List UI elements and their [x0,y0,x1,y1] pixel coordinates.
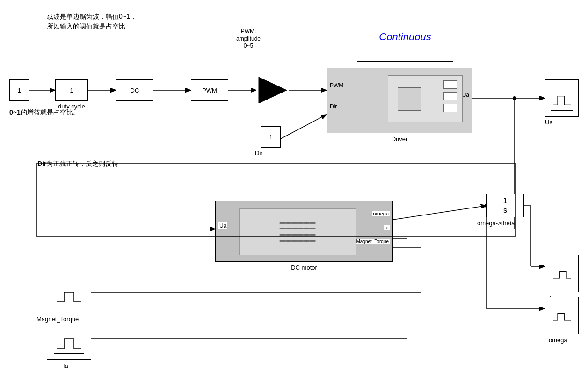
gain1-label: duty cycle [55,103,88,110]
scope-theta-screen [551,261,573,287]
scope-magnet-torque-label: Magnet_Torque [36,315,79,323]
motor-omega-output: omega [372,211,390,216]
constant-dir-block[interactable]: 1 [261,126,281,148]
diagram-container: 载波是单边锯齿波，幅值0~1， 所以输入的阈值就是占空比 0~1的增益就是占空比… [0,0,588,380]
scope-ia-screen [54,329,84,354]
annotation-dir: Dir为正就正转，反之则反转 [37,159,118,169]
scope-omega-label: omega [549,337,567,344]
scope-ua-block[interactable] [545,79,579,117]
integrator-label: omega->theta [477,220,515,227]
scope-magnet-torque-block[interactable] [47,276,91,313]
scope-ia-block[interactable] [47,323,91,360]
pwm-annotation: PWM: amplitude 0~5 [236,28,261,50]
driver-dir-port: Dir [330,103,337,110]
scope-ia-label: Ia [63,362,68,369]
dc-motor-block[interactable]: Ua omega Ia Magnet_Torque ════════════ ═… [215,201,393,262]
integrator-block[interactable]: 1 s [486,194,524,217]
motor-ua-port: Ua [218,222,227,229]
dir-label: Dir [255,150,263,157]
driver-pwm-port: PWM [330,82,343,89]
svg-text:5: 5 [265,86,269,93]
gain-amplifier-block[interactable]: 5 [256,75,289,106]
scope-omega-block[interactable] [545,297,579,334]
gain1-block[interactable]: 1 [55,79,88,101]
driver-ua-output: Ua [462,92,469,98]
motor-torque-output: Magnet_Torque [356,239,390,244]
dc-motor-label: DC motor [215,264,393,271]
continuous-box[interactable]: Continuous [357,12,453,62]
scope-ua-label: Ua [545,119,553,126]
pwm-block[interactable]: PWM [191,79,228,101]
svg-marker-27 [259,77,287,103]
scope-magnet-torque-screen [54,282,84,308]
annotation-carrier-wave: 载波是单边锯齿波，幅值0~1， 所以输入的阈值就是占空比 [47,12,137,31]
svg-point-26 [513,96,516,100]
driver-block[interactable]: PWM Dir Ua [327,68,472,133]
svg-line-13 [393,206,486,220]
svg-marker-30 [211,227,215,231]
driver-label: Driver [327,136,472,143]
constant1-block[interactable]: 1 [9,79,29,101]
dc-block[interactable]: DC [116,79,153,101]
scope-omega-screen [551,303,573,329]
svg-line-7 [280,115,327,139]
scope-ua-screen [551,86,573,111]
scope-theta-block[interactable] [545,255,579,292]
motor-ia-output: Ia [384,225,390,230]
